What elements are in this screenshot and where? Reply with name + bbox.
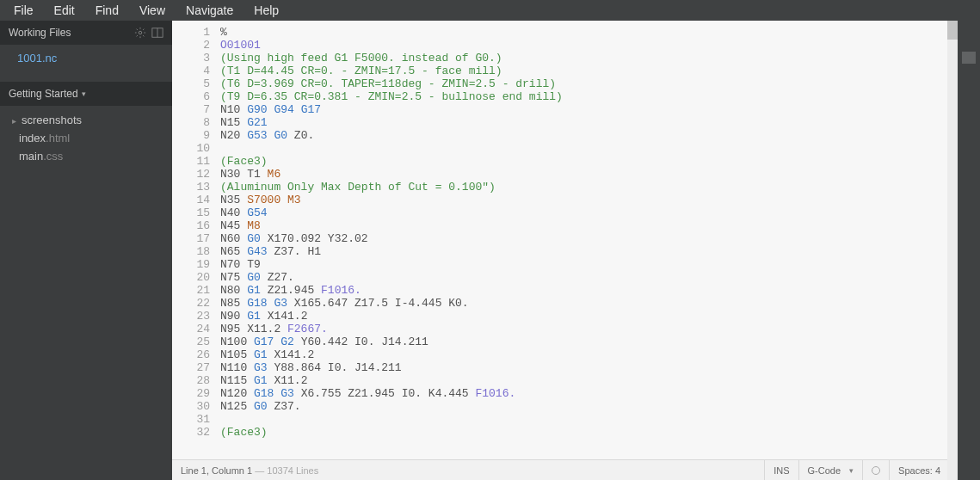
code-line[interactable]: (Using high feed G1 F5000. instead of G0… — [220, 52, 958, 65]
line-number: 21 — [172, 284, 210, 297]
line-number: 18 — [172, 245, 210, 258]
line-number: 25 — [172, 335, 210, 348]
editor-viewport[interactable]: 1234567891011121314151617181920212223242… — [172, 21, 958, 459]
working-files-header[interactable]: Working Files — [0, 21, 172, 45]
line-number: 30 — [172, 400, 210, 413]
circle-icon — [872, 466, 880, 475]
code-line[interactable]: N15 G21 — [220, 116, 958, 129]
code-line[interactable]: N30 T1 M6 — [220, 168, 958, 181]
code-line[interactable] — [220, 142, 958, 155]
status-cursor[interactable]: Line 1, Column 1 — 10374 Lines — [181, 465, 764, 476]
code-line[interactable]: N90 G1 X141.2 — [220, 310, 958, 323]
code-line[interactable]: N120 G18 G3 X6.755 Z21.945 I0. K4.445 F1… — [220, 387, 958, 400]
line-number: 1 — [172, 26, 210, 39]
code-line[interactable]: N70 T9 — [220, 258, 958, 271]
code-line[interactable]: N60 G0 X170.092 Y32.02 — [220, 232, 958, 245]
line-number: 31 — [172, 413, 210, 426]
line-number: 26 — [172, 348, 210, 361]
working-files-label: Working Files — [9, 27, 71, 39]
editor: 1234567891011121314151617181920212223242… — [172, 21, 958, 480]
line-number: 27 — [172, 361, 210, 374]
code-line[interactable]: N75 G0 Z27. — [220, 271, 958, 284]
file-tree: screenshotsindex.htmlmain.css — [0, 106, 172, 170]
menu-item-navigate[interactable]: Navigate — [176, 3, 243, 17]
sidebar: Working Files 1001.nc Getting Started ▾ … — [0, 21, 172, 480]
code-line[interactable]: N100 G17 G2 Y60.442 I0. J14.211 — [220, 335, 958, 348]
line-number: 10 — [172, 142, 210, 155]
line-number: 19 — [172, 258, 210, 271]
status-indent[interactable]: Spaces: 4 — [889, 460, 949, 480]
chevron-down-icon: ▾ — [82, 89, 86, 98]
code-line[interactable]: N105 G1 X141.2 — [220, 348, 958, 361]
menu-bar: FileEditFindViewNavigateHelp — [0, 0, 980, 21]
code-line[interactable]: N80 G1 Z21.945 F1016. — [220, 284, 958, 297]
line-number: 2 — [172, 39, 210, 52]
vertical-scrollbar[interactable] — [947, 21, 958, 480]
code-line[interactable]: N95 X11.2 F2667. — [220, 323, 958, 335]
line-number: 28 — [172, 374, 210, 387]
svg-point-0 — [139, 31, 142, 34]
line-number: 11 — [172, 155, 210, 168]
code-line[interactable]: N45 M8 — [220, 219, 958, 232]
line-number: 7 — [172, 103, 210, 116]
code-line[interactable]: N20 G53 G0 Z0. — [220, 129, 958, 142]
code-line[interactable]: N10 G90 G94 G17 — [220, 103, 958, 116]
code-line[interactable]: (T1 D=44.45 CR=0. - ZMIN=17.5 - face mil… — [220, 65, 958, 77]
working-file-item[interactable]: 1001.nc — [0, 48, 172, 68]
line-number: 29 — [172, 387, 210, 400]
code-line[interactable]: (Face3) — [220, 155, 958, 168]
code-line[interactable]: N40 G54 — [220, 206, 958, 219]
status-lint[interactable] — [862, 460, 889, 480]
line-number: 9 — [172, 129, 210, 142]
line-number: 22 — [172, 297, 210, 310]
line-number: 32 — [172, 426, 210, 439]
menu-item-find[interactable]: Find — [85, 3, 129, 17]
tree-file[interactable]: main.css — [0, 147, 172, 165]
gear-icon[interactable] — [134, 27, 146, 39]
code-line[interactable]: N65 G43 Z37. H1 — [220, 245, 958, 258]
line-number: 6 — [172, 90, 210, 103]
menu-item-edit[interactable]: Edit — [44, 3, 85, 17]
line-number: 23 — [172, 310, 210, 323]
menu-item-view[interactable]: View — [129, 3, 176, 17]
vertical-scrollbar-thumb[interactable] — [947, 21, 958, 40]
status-language[interactable]: G-Code▾ — [798, 460, 863, 480]
tree-file[interactable]: index.html — [0, 129, 172, 147]
code-line[interactable]: N110 G3 Y88.864 I0. J14.211 — [220, 361, 958, 374]
line-number: 24 — [172, 323, 210, 335]
line-number: 8 — [172, 116, 210, 129]
split-view-icon[interactable] — [151, 27, 163, 39]
extension-icon[interactable] — [962, 52, 976, 64]
code-line[interactable]: (Aluminum Only Max Depth of Cut = 0.100"… — [220, 181, 958, 194]
code-line[interactable]: N35 S7000 M3 — [220, 194, 958, 206]
line-number: 17 — [172, 232, 210, 245]
code-line[interactable]: (Face3) — [220, 426, 958, 439]
line-number-gutter: 1234567891011121314151617181920212223242… — [172, 26, 220, 459]
status-insert-mode[interactable]: INS — [764, 460, 798, 480]
line-number: 4 — [172, 65, 210, 77]
code-line[interactable]: (T9 D=6.35 CR=0.381 - ZMIN=2.5 - bullnos… — [220, 90, 958, 103]
code-line[interactable]: N125 G0 Z37. — [220, 400, 958, 413]
code-content[interactable]: %O01001(Using high feed G1 F5000. instea… — [220, 26, 958, 459]
code-line[interactable]: N85 G18 G3 X165.647 Z17.5 I-4.445 K0. — [220, 297, 958, 310]
project-label: Getting Started — [9, 88, 78, 100]
line-number: 15 — [172, 206, 210, 219]
chevron-down-icon: ▾ — [849, 466, 854, 475]
code-line[interactable] — [220, 413, 958, 426]
menu-item-file[interactable]: File — [3, 3, 44, 17]
line-number: 3 — [172, 52, 210, 65]
line-number: 14 — [172, 194, 210, 206]
tree-folder[interactable]: screenshots — [0, 111, 172, 129]
code-line[interactable]: O01001 — [220, 39, 958, 52]
line-number: 12 — [172, 168, 210, 181]
working-files-list: 1001.nc — [0, 45, 172, 71]
code-line[interactable]: N115 G1 X11.2 — [220, 374, 958, 387]
line-number: 13 — [172, 181, 210, 194]
line-number: 5 — [172, 77, 210, 90]
extension-gutter — [958, 21, 980, 480]
line-number: 16 — [172, 219, 210, 232]
code-line[interactable]: (T6 D=3.969 CR=0. TAPER=118deg - ZMIN=2.… — [220, 77, 958, 90]
menu-item-help[interactable]: Help — [243, 3, 289, 17]
project-header[interactable]: Getting Started ▾ — [0, 82, 172, 106]
code-line[interactable]: % — [220, 26, 958, 39]
